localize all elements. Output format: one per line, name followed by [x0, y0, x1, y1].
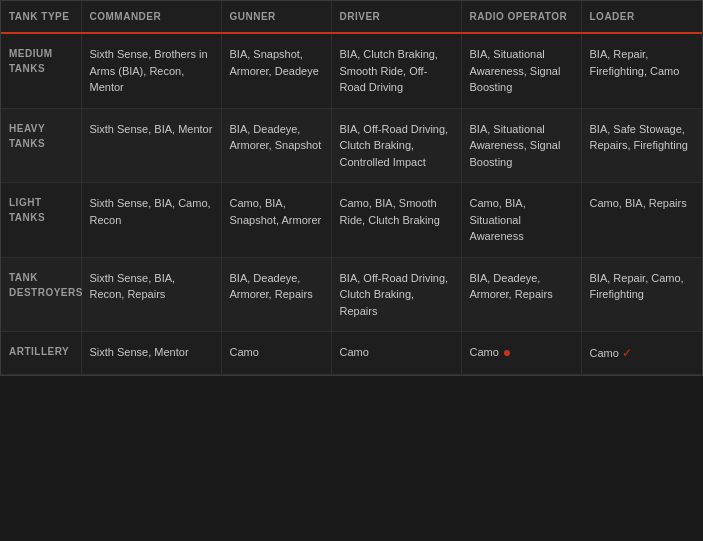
- red-indicator: [504, 350, 510, 356]
- cell-gunner: Camo, BIA, Snapshot, Armorer: [221, 183, 331, 258]
- table-row: TANK DESTROYERSSixth Sense, BIA, Recon, …: [1, 257, 703, 332]
- header-radio-operator: RADIO OPERATOR: [461, 1, 581, 33]
- cell-tank-type: HEAVY TANKS: [1, 108, 81, 183]
- cell-driver: Camo: [331, 332, 461, 375]
- cell-tank-type: TANK DESTROYERS: [1, 257, 81, 332]
- cell-loader: BIA, Repair, Firefighting, Camo: [581, 33, 703, 108]
- cell-loader: BIA, Repair, Camo, Firefighting: [581, 257, 703, 332]
- table-row: LIGHT TANKSSixth Sense, BIA, Camo, Recon…: [1, 183, 703, 258]
- cell-loader: Camo, BIA, Repairs: [581, 183, 703, 258]
- cell-radio-operator: BIA, Situational Awareness, Signal Boost…: [461, 33, 581, 108]
- header-loader: LOADER: [581, 1, 703, 33]
- cell-driver: Camo, BIA, Smooth Ride, Clutch Braking: [331, 183, 461, 258]
- cell-radio-operator: BIA, Situational Awareness, Signal Boost…: [461, 108, 581, 183]
- cell-tank-type: LIGHT TANKS: [1, 183, 81, 258]
- header-tank-type: TANK TYPE: [1, 1, 81, 33]
- cell-driver: BIA, Off-Road Driving, Clutch Braking, R…: [331, 257, 461, 332]
- red-checkmark: ✓: [622, 346, 632, 360]
- cell-tank-type: MEDIUM TANKS: [1, 33, 81, 108]
- cell-radio-operator: Camo: [461, 332, 581, 375]
- cell-commander: Sixth Sense, BIA, Recon, Repairs: [81, 257, 221, 332]
- cell-commander: Sixth Sense, Mentor: [81, 332, 221, 375]
- header-driver: DRIVER: [331, 1, 461, 33]
- table-row: HEAVY TANKSSixth Sense, BIA, MentorBIA, …: [1, 108, 703, 183]
- cell-commander: Sixth Sense, Brothers in Arms (BIA), Rec…: [81, 33, 221, 108]
- cell-gunner: BIA, Deadeye, Armorer, Snapshot: [221, 108, 331, 183]
- crew-skills-table: TANK TYPE COMMANDER GUNNER DRIVER RADIO …: [0, 0, 703, 376]
- cell-driver: BIA, Off-Road Driving, Clutch Braking, C…: [331, 108, 461, 183]
- cell-tank-type: ARTILLERY: [1, 332, 81, 375]
- cell-gunner: Camo: [221, 332, 331, 375]
- cell-radio-operator: Camo, BIA, Situational Awareness: [461, 183, 581, 258]
- cell-driver: BIA, Clutch Braking, Smooth Ride, Off-Ro…: [331, 33, 461, 108]
- header-gunner: GUNNER: [221, 1, 331, 33]
- table-row: MEDIUM TANKSSixth Sense, Brothers in Arm…: [1, 33, 703, 108]
- cell-commander: Sixth Sense, BIA, Camo, Recon: [81, 183, 221, 258]
- cell-radio-operator: BIA, Deadeye, Armorer, Repairs: [461, 257, 581, 332]
- cell-loader: BIA, Safe Stowage, Repairs, Firefighting: [581, 108, 703, 183]
- cell-gunner: BIA, Snapshot, Armorer, Deadeye: [221, 33, 331, 108]
- cell-loader: Camo ✓: [581, 332, 703, 375]
- table-row: ARTILLERYSixth Sense, MentorCamoCamoCamo…: [1, 332, 703, 375]
- header-commander: COMMANDER: [81, 1, 221, 33]
- cell-gunner: BIA, Deadeye, Armorer, Repairs: [221, 257, 331, 332]
- cell-commander: Sixth Sense, BIA, Mentor: [81, 108, 221, 183]
